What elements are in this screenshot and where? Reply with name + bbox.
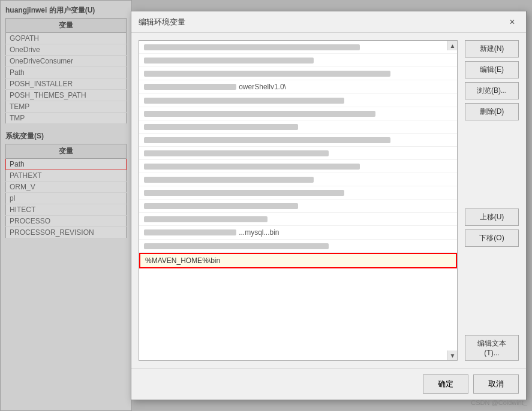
- path-list-item[interactable]: owerShellv1.0\: [139, 80, 457, 94]
- path-list-item[interactable]: [139, 67, 457, 80]
- new-button[interactable]: 新建(N): [465, 40, 519, 58]
- scroll-down-arrow[interactable]: ▼: [447, 350, 457, 360]
- path-list-item[interactable]: [139, 107, 457, 120]
- path-list-item[interactable]: [139, 147, 457, 160]
- edit-button[interactable]: 编辑(E): [465, 61, 519, 78]
- delete-button[interactable]: 删除(D): [465, 103, 519, 120]
- dialog-footer: 确定 取消: [131, 368, 526, 400]
- path-list-item[interactable]: [139, 41, 457, 54]
- move-down-button[interactable]: 下移(O): [465, 229, 519, 247]
- path-list-item[interactable]: [139, 186, 457, 200]
- path-list: owerShellv1.0\...mysql...bin%MAVEN_HOME%…: [139, 41, 457, 268]
- move-up-button[interactable]: 上移(U): [465, 208, 519, 226]
- path-list-item[interactable]: [139, 213, 457, 226]
- path-list-item[interactable]: [139, 173, 457, 186]
- path-list-item[interactable]: [139, 94, 457, 107]
- path-list-item[interactable]: [139, 160, 457, 173]
- confirm-button[interactable]: 确定: [423, 374, 468, 394]
- scroll-up-arrow[interactable]: ▲: [447, 41, 457, 50]
- watermark: CSDN @Coldwint_: [471, 399, 527, 406]
- dialog-titlebar: 编辑环境变量 ×: [131, 11, 526, 33]
- browse-button[interactable]: 浏览(B)...: [465, 82, 519, 99]
- path-list-container[interactable]: owerShellv1.0\...mysql...bin%MAVEN_HOME%…: [139, 40, 458, 361]
- path-list-item[interactable]: [139, 200, 457, 213]
- cancel-button[interactable]: 取消: [473, 374, 519, 394]
- close-button[interactable]: ×: [506, 16, 519, 29]
- dialog-title: 编辑环境变量: [139, 17, 185, 28]
- path-list-item[interactable]: [139, 240, 457, 253]
- path-list-item[interactable]: %MAVEN_HOME%\bin: [139, 253, 457, 268]
- path-list-item[interactable]: [139, 120, 457, 134]
- path-list-item[interactable]: [139, 54, 457, 67]
- dialog-body: owerShellv1.0\...mysql...bin%MAVEN_HOME%…: [131, 33, 526, 368]
- path-list-item[interactable]: [139, 134, 457, 147]
- action-buttons: 新建(N) 编辑(E) 浏览(B)... 删除(D) 上移(U) 下移(O) 编…: [465, 40, 519, 361]
- edit-text-button[interactable]: 编辑文本(T)...: [465, 335, 519, 361]
- edit-env-dialog: 编辑环境变量 × owerShellv1.0\...mysql...bin%MA…: [131, 11, 527, 400]
- path-list-item[interactable]: ...mysql...bin: [139, 226, 457, 240]
